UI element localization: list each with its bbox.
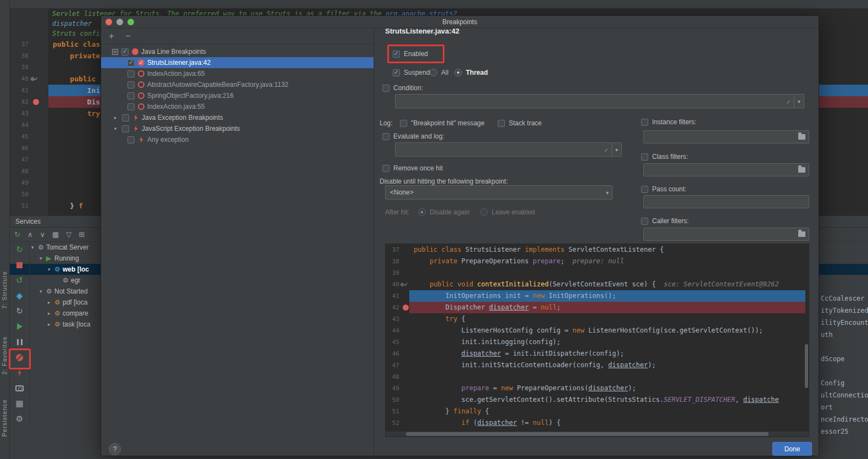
- enabled-checkbox[interactable]: [393, 51, 400, 58]
- evaluate-checkbox[interactable]: [382, 133, 390, 140]
- breakpoint-checkbox[interactable]: [122, 114, 129, 121]
- class-filters-input[interactable]: [643, 163, 809, 176]
- line-number: 51: [386, 406, 400, 417]
- pass-count-input[interactable]: [643, 195, 809, 208]
- condition-checkbox[interactable]: [382, 85, 390, 92]
- restart-server-icon[interactable]: ↻: [10, 242, 29, 257]
- evaluate-input[interactable]: ↔ ▾: [395, 142, 622, 157]
- breakpoint-checkbox[interactable]: [127, 81, 135, 89]
- mute-breakpoints-icon[interactable]: [10, 350, 29, 365]
- chevron-down-icon[interactable]: ▾: [112, 126, 119, 131]
- breakpoint-label: Java Line Breakpoints: [141, 48, 206, 56]
- screenshot-icon[interactable]: [10, 380, 29, 396]
- line-number: 47: [386, 360, 400, 371]
- expand-icon[interactable]: ↔: [600, 145, 609, 154]
- breakpoint-dot[interactable]: [403, 305, 409, 311]
- collapse-all-icon[interactable]: ∨: [40, 230, 45, 239]
- override-gutter-icon[interactable]: ⊙✓: [31, 73, 48, 85]
- expand-all-icon[interactable]: ∧: [27, 230, 33, 239]
- layout-icon[interactable]: ▦: [10, 396, 29, 411]
- class-filters-checkbox[interactable]: [641, 153, 648, 161]
- remove-once-hit-checkbox[interactable]: [382, 165, 390, 172]
- after-hit-row: After hit:: [385, 207, 410, 217]
- breakpoint-checkbox[interactable]: [122, 125, 129, 132]
- breakpoint-dot[interactable]: [33, 99, 39, 105]
- chevron-right-icon[interactable]: ▸: [48, 322, 54, 327]
- folder-icon[interactable]: [798, 167, 805, 173]
- stack-trace-option: Stack trace: [498, 118, 542, 128]
- log-message-checkbox[interactable]: [400, 120, 407, 127]
- breakpoint-tree-row[interactable]: IndexAction.java:65: [101, 68, 374, 79]
- breakpoint-checkbox[interactable]: [127, 70, 135, 78]
- background-right-panel: CcCoalescerityTokenizedCilityEncounterut…: [813, 231, 868, 459]
- options-icon[interactable]: ⊞: [79, 230, 85, 239]
- disable-until-dropdown[interactable]: <None> ▾: [385, 185, 613, 200]
- stop-icon[interactable]: [10, 257, 29, 273]
- filter-icon[interactable]: ▽: [66, 230, 71, 239]
- breakpoint-checkbox[interactable]: [127, 103, 135, 110]
- rerun-icon[interactable]: ↺: [10, 273, 29, 288]
- refresh-icon[interactable]: ↻: [10, 303, 29, 319]
- breakpoint-tree-row[interactable]: ▾JavaScript Exception Breakpoints: [101, 123, 374, 134]
- leave-enabled-radio[interactable]: [480, 208, 488, 216]
- suspend-all-radio[interactable]: [430, 69, 437, 76]
- breakpoint-tree-row[interactable]: AbstractAutowireCapableBeanFactory.java:…: [101, 79, 374, 90]
- caller-filters-checkbox[interactable]: [641, 218, 648, 225]
- hotswap-icon[interactable]: ◆: [10, 288, 29, 303]
- code-line: 47 init.initStaticContentLoader(config, …: [386, 360, 805, 371]
- breakpoint-tree-row[interactable]: IndexAction.java:55: [101, 101, 374, 112]
- folder-icon[interactable]: [798, 231, 805, 237]
- stripe-structure-button[interactable]: 7: Structure: [1, 271, 8, 309]
- suspend-checkbox[interactable]: [393, 69, 400, 76]
- help-button[interactable]: ?: [109, 443, 121, 455]
- chevron-right-icon[interactable]: ▸: [48, 311, 54, 316]
- breakpoint-checkbox[interactable]: [127, 59, 135, 67]
- breakpoint-tree-row[interactable]: Any exception: [101, 134, 374, 145]
- chevron-down-icon[interactable]: ▾: [40, 289, 46, 294]
- breakpoint-checkbox[interactable]: [127, 92, 135, 99]
- evaluate-dropdown-button[interactable]: ▾: [611, 143, 621, 156]
- breakpoint-tree-row[interactable]: ✓StrutsListener.java:42: [101, 57, 374, 68]
- chevron-down-icon[interactable]: ▾: [48, 267, 54, 272]
- done-button[interactable]: Done: [772, 442, 812, 456]
- condition-dropdown-button[interactable]: ▾: [794, 95, 804, 108]
- line-number: 42: [10, 96, 31, 108]
- expand-icon[interactable]: ↔: [783, 97, 792, 106]
- pause-icon[interactable]: [10, 334, 29, 350]
- caller-filters-input[interactable]: [643, 228, 809, 241]
- condition-input[interactable]: ↔ ▾: [395, 94, 804, 108]
- disable-again-radio[interactable]: [418, 208, 426, 216]
- override-gutter-icon[interactable]: ⊙✓: [400, 279, 409, 290]
- chevron-right-icon[interactable]: ▸: [48, 300, 54, 305]
- breakpoint-tree-row[interactable]: −Java Line Breakpoints: [101, 46, 374, 57]
- line-number: 39: [10, 62, 31, 73]
- services-item-label: task [loca: [63, 320, 91, 328]
- stack-trace-checkbox[interactable]: [498, 120, 505, 127]
- breakpoint-tree-row[interactable]: ▸Java Exception Breakpoints: [101, 112, 374, 123]
- rerun-icon[interactable]: ↻: [14, 230, 20, 239]
- add-breakpoint-button[interactable]: +: [107, 31, 116, 41]
- settings-icon[interactable]: ⚙: [10, 411, 29, 427]
- vertical-scrollbar-thumb[interactable]: [805, 344, 808, 388]
- breakpoint-tree-row[interactable]: SpringObjectFactory.java:216: [101, 90, 374, 101]
- group-by-icon[interactable]: ▦: [52, 230, 59, 239]
- dialog-titlebar[interactable]: Breakpoints: [101, 16, 819, 28]
- pass-count-checkbox[interactable]: [641, 186, 648, 193]
- chevron-down-icon[interactable]: ▾: [31, 245, 38, 250]
- remove-breakpoints-icon[interactable]: [10, 365, 29, 380]
- suspend-thread-radio[interactable]: [454, 69, 462, 76]
- instance-filters-input[interactable]: [643, 130, 809, 143]
- remove-breakpoint-button[interactable]: −: [123, 31, 133, 41]
- stripe-favorites-button[interactable]: 2: Favorites: [1, 336, 8, 374]
- collapse-box-icon[interactable]: −: [112, 49, 118, 55]
- chevron-right-icon[interactable]: ▸: [112, 115, 119, 120]
- stripe-persistence-button[interactable]: Persistence: [1, 399, 8, 436]
- resume-icon[interactable]: [10, 319, 29, 334]
- breakpoint-checkbox[interactable]: [121, 48, 129, 56]
- instance-filters-checkbox[interactable]: [641, 119, 648, 126]
- chevron-down-icon[interactable]: ▾: [40, 256, 46, 261]
- services-item-label: pdf [loca: [63, 298, 87, 306]
- horizontal-scrollbar-thumb[interactable]: [406, 432, 769, 436]
- folder-icon[interactable]: [798, 134, 805, 140]
- breakpoint-checkbox[interactable]: [127, 136, 135, 143]
